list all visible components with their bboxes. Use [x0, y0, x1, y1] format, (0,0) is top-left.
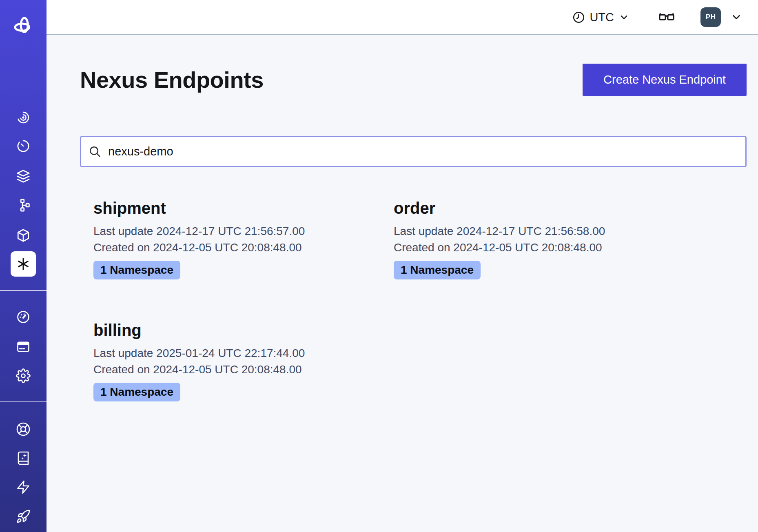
- card-window-icon: [16, 339, 31, 354]
- namespace-count-badge: 1 Namespace: [93, 383, 180, 401]
- namespace-count-badge: 1 Namespace: [394, 261, 481, 279]
- lifebuoy-icon: [16, 422, 31, 437]
- rocket-icon: [16, 509, 31, 524]
- endpoint-created-on: Created on 2024-12-05 UTC 20:08:48.00: [93, 239, 394, 256]
- endpoint-card: order Last update 2024-12-17 UTC 21:56:5…: [394, 199, 605, 279]
- title-row: Nexus Endpoints Create Nexus Endpoint: [80, 64, 747, 96]
- sidebar-divider: [0, 290, 47, 291]
- page-title: Nexus Endpoints: [80, 66, 264, 93]
- chevron-down-icon: [618, 12, 629, 23]
- endpoint-last-update: Last update 2024-12-17 UTC 21:56:58.00: [394, 223, 605, 239]
- endpoint-name[interactable]: shipment: [93, 199, 394, 217]
- endpoint-name[interactable]: billing: [93, 321, 394, 339]
- endpoint-card: shipment Last update 2024-12-17 UTC 21:5…: [93, 199, 394, 279]
- temporal-logo-icon: [13, 16, 34, 37]
- user-menu-chevron-icon: [730, 11, 742, 23]
- sidebar-item-workflows[interactable]: [16, 198, 31, 213]
- layers-icon: [16, 169, 31, 184]
- book-sparkles-icon: [16, 451, 31, 466]
- sidebar-item-usage[interactable]: [16, 310, 31, 324]
- main-content: Nexus Endpoints Create Nexus Endpoint sh…: [47, 35, 758, 532]
- lightning-icon: [16, 480, 31, 494]
- clock-icon: [572, 11, 585, 24]
- sidebar-item-billing[interactable]: [16, 339, 31, 354]
- branch-nodes-icon: [16, 198, 31, 213]
- asterisk-icon: [16, 257, 31, 271]
- sidebar-divider: [0, 401, 47, 402]
- user-menu[interactable]: PH: [700, 7, 742, 27]
- timezone-selector[interactable]: UTC: [572, 11, 629, 24]
- endpoint-last-update: Last update 2024-12-17 UTC 21:56:57.00: [93, 223, 394, 239]
- timezone-label: UTC: [590, 11, 614, 24]
- sidebar-item-support[interactable]: [16, 422, 31, 437]
- endpoint-search: [80, 136, 747, 167]
- sidebar-item-deployments[interactable]: [16, 169, 31, 184]
- sidebar-item-feedback[interactable]: [16, 480, 31, 494]
- sidebar-item-docs[interactable]: [16, 451, 31, 466]
- temporal-logo[interactable]: [13, 16, 34, 37]
- avatar: PH: [700, 7, 721, 27]
- sidebar-item-getting-started[interactable]: [16, 509, 31, 524]
- endpoint-created-on: Created on 2024-12-05 UTC 20:08:48.00: [394, 239, 605, 256]
- endpoints-grid: shipment Last update 2024-12-17 UTC 21:5…: [93, 199, 747, 401]
- sidebar-item-nexus-active[interactable]: [11, 251, 36, 277]
- endpoint-card: billing Last update 2025-01-24 UTC 22:17…: [93, 321, 394, 401]
- search-input[interactable]: [80, 136, 747, 167]
- reader-mode-button[interactable]: [658, 9, 675, 26]
- temporal-cloud-app: UTC PH Nexus Endpoints Create Nexu: [0, 0, 758, 532]
- glasses-icon: [658, 9, 675, 26]
- endpoint-name[interactable]: order: [394, 199, 605, 217]
- sidebar-item-schedules[interactable]: [16, 139, 31, 153]
- top-header: UTC PH: [47, 0, 758, 35]
- endpoint-created-on: Created on 2024-12-05 UTC 20:08:48.00: [93, 361, 394, 378]
- create-nexus-endpoint-button[interactable]: Create Nexus Endpoint: [583, 64, 747, 96]
- sidebar-item-settings[interactable]: [16, 368, 31, 383]
- spiral-orbit-icon: [16, 110, 31, 125]
- gauge-icon: [16, 310, 31, 324]
- namespace-count-badge: 1 Namespace: [93, 261, 180, 279]
- gear-icon: [16, 368, 31, 383]
- cube-icon: [16, 228, 31, 243]
- endpoint-last-update: Last update 2025-01-24 UTC 22:17:44.00: [93, 345, 394, 361]
- sidebar-item-namespaces[interactable]: [16, 110, 31, 125]
- timer-icon: [16, 139, 31, 153]
- sidebar-item-batch-operations[interactable]: [16, 228, 31, 243]
- sidebar: [0, 0, 47, 532]
